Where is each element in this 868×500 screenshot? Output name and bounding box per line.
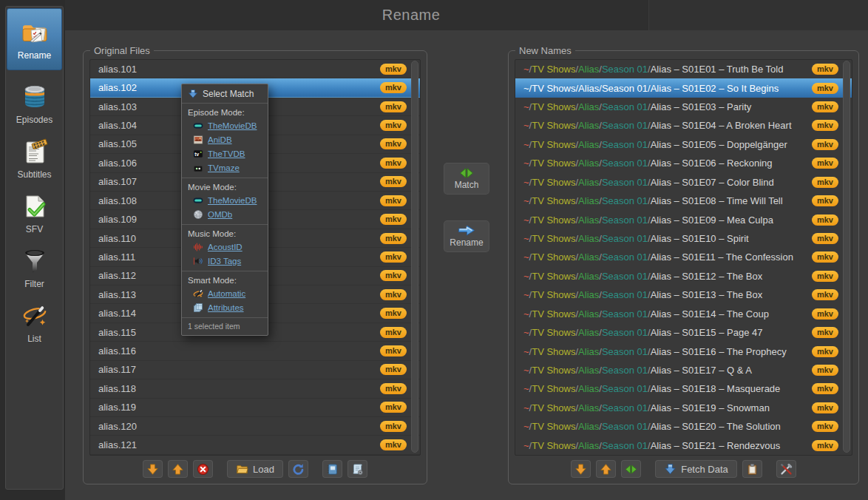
sidebar-item-subtitles[interactable]: Subtitles [7,137,61,180]
remove-button[interactable] [193,460,213,478]
new-name-row[interactable]: ~/TV Shows/Alias/Season 01/Alias – S01E0… [515,98,852,116]
path-dir: TV Shows [532,64,575,75]
new-name-row[interactable]: ~/TV Shows/Alias/Season 01/Alias – S01E1… [515,379,852,398]
original-file-row[interactable]: alias.116mkv [90,342,420,360]
sidebar-item-episodes[interactable]: Episodes [7,82,61,125]
fetch-data-button[interactable]: Fetch Data [655,460,737,478]
scrollbar-thumb[interactable] [843,61,850,453]
original-file-row[interactable]: alias.120mkv [90,417,420,436]
attributes-icon [193,303,203,313]
link-label[interactable]: Attributes [208,303,244,312]
paste-button[interactable] [742,460,762,478]
ext-badge: mkv [380,383,407,394]
new-name-row[interactable]: ~/TV Shows/Alias/Season 01/Alias – S01E0… [515,210,852,229]
match-button[interactable]: Match [444,163,489,195]
new-name-row[interactable]: ~/TV Shows/Alias/Season 01/Alias – S01E1… [515,399,852,417]
new-name-row[interactable]: ~/TV Shows/Alias/Season 01/Alias – S01E0… [515,154,852,172]
link-automatic[interactable]: Automatic [182,286,268,300]
original-file-row[interactable]: alias.118mkv [90,379,420,398]
sidebar-item-rename[interactable]: Rename [7,8,62,70]
path-home: ~ [523,83,529,94]
file-name: Alias – S01E16 – The Prophecy [651,346,787,357]
popup-section-label: Music Mode: [182,227,268,240]
link-label[interactable]: Automatic [208,289,245,298]
scrollbar-thumb[interactable] [411,61,418,453]
link-themoviedb-episode[interactable]: TheMovieDB [182,118,268,132]
move-down-button[interactable] [143,460,163,478]
move-up-button[interactable] [168,460,188,478]
original-file-row[interactable]: alias.121mkv [90,436,420,454]
scrollbar[interactable] [843,61,850,453]
link-label[interactable]: TheTVDB [208,149,245,158]
new-name-row[interactable]: ~/TV Shows/Alias/Season 01/Alias – S01E1… [515,342,852,360]
scrollbar[interactable] [411,61,418,453]
link-tvmaze[interactable]: TVmaze [182,161,268,175]
link-label[interactable]: OMDb [208,210,232,219]
link-label[interactable]: AniDB [208,135,232,144]
sidebar-item-sfv[interactable]: SFV [7,192,61,234]
move-up-button[interactable] [596,460,616,478]
path-dir: TV Shows [532,195,575,206]
link-label[interactable]: TVmaze [208,163,240,172]
path-dir: Season 01 [602,271,648,282]
new-name-row[interactable]: ~/TV Shows/Alias/Season 01/Alias – S01E1… [515,248,852,266]
ext-badge: mkv [812,271,838,282]
path-dir: Season 01 [602,64,648,75]
new-name-row[interactable]: ~/TV Shows/Alias/Season 01/Alias – S01E0… [515,135,852,154]
path-dir: Alias [578,139,599,150]
link-label[interactable]: TheMovieDB [208,121,257,130]
new-name-row[interactable]: ~/TV Shows/Alias/Season 01/Alias – S01E0… [515,78,852,97]
new-name-row[interactable]: ~/TV Shows/Alias/Season 01/Alias – S01E1… [515,229,852,248]
new-name-row[interactable]: ~/TV Shows/Alias/Season 01/Alias – S01E0… [515,60,852,78]
original-file-row[interactable]: alias.117mkv [90,361,420,379]
load-folder-icon [236,463,248,476]
link-label[interactable]: AcoustID [208,243,243,251]
sidebar-item-list[interactable]: List [7,301,61,344]
panel-title: New Names [515,45,575,56]
file-name: Alias – S01E10 – Spirit [651,233,749,244]
new-name-row[interactable]: ~/TV Shows/Alias/Season 01/Alias – S01E1… [515,304,852,322]
move-down-button[interactable] [571,460,591,478]
path-text: ~/TV Shows/Alias/Season 01/Alias – S01E1… [523,327,812,338]
history-button[interactable] [322,460,342,478]
new-name-row[interactable]: ~/TV Shows/Alias/Season 01/Alias – S01E1… [515,286,852,304]
ext-badge: mkv [380,101,407,112]
new-name-row[interactable]: ~/TV Shows/Alias/Season 01/Alias – S01E2… [515,417,852,436]
link-thetvdb[interactable]: tvTheTVDB [182,146,268,161]
load-button[interactable]: Load [227,460,283,478]
filebot-window: { "window": { "title": "Rename" }, "side… [0,0,868,500]
move-down-icon [146,463,159,476]
file-name: Alias – S01E11 – The Confession [651,251,793,263]
new-name-row[interactable]: ~/TV Shows/Alias/Season 01/Alias – S01E0… [515,116,852,135]
refresh-button[interactable] [288,460,308,478]
path-dir: TV Shows [532,440,575,451]
new-name-row[interactable]: ~/TV Shows/Alias/Season 01/Alias – S01E1… [515,323,852,342]
link-attributes[interactable]: Attributes [182,300,268,314]
link-label[interactable]: ID3 Tags [208,257,241,266]
path-dir: Season 01 [602,158,648,169]
ext-badge: mkv [812,177,838,188]
file-name: Alias – S01E09 – Mea Culpa [651,214,773,226]
new-name-row[interactable]: ~/TV Shows/Alias/Season 01/Alias – S01E0… [515,173,852,192]
new-name-row[interactable]: ~/TV Shows/Alias/Season 01/Alias – S01E2… [515,436,852,454]
new-name-row[interactable]: ~/TV Shows/Alias/Season 01/Alias – S01E1… [515,267,852,286]
original-file-row[interactable]: alias.119mkv [90,399,420,417]
sidebar-item-filter[interactable]: Filter [7,246,61,289]
new-name-row[interactable]: ~/TV Shows/Alias/Season 01/Alias – S01E0… [515,192,852,210]
new-name-row[interactable]: ~/TV Shows/Alias/Season 01/Alias – S01E1… [515,361,852,379]
match-order-button[interactable] [621,460,641,478]
link-anidb[interactable]: AniDB [182,132,268,146]
link-themoviedb-movie[interactable]: TheMovieDB [182,193,268,207]
tools-button[interactable] [776,460,796,478]
link-omdb[interactable]: OMDb [182,207,268,221]
script-button[interactable] [347,460,367,478]
original-file-row[interactable]: alias.101mkv [90,60,420,78]
link-acoustid[interactable]: AcoustID [182,240,268,254]
select-match-header: Select Match [182,84,268,104]
sidebar-item-label: SFV [26,224,43,234]
path-home: ~ [523,177,529,188]
link-label[interactable]: TheMovieDB [208,196,257,205]
link-id3-tags[interactable]: ID3 Tags [182,254,268,268]
rename-button[interactable]: Rename [444,220,489,252]
path-home: ~ [523,101,529,112]
